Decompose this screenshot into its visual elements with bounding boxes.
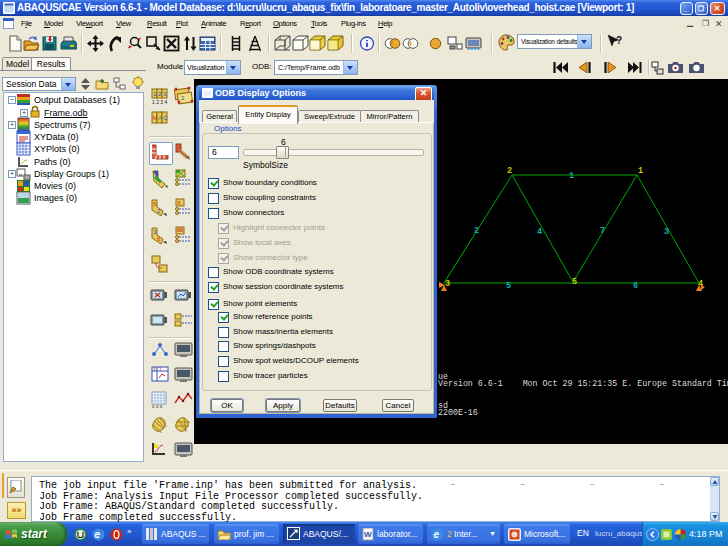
svg-text:5: 5	[572, 277, 577, 287]
svg-text:5: 5	[506, 281, 511, 291]
svg-text:6: 6	[633, 281, 638, 291]
svg-text:3: 3	[664, 227, 669, 237]
svg-text:e: e	[434, 529, 440, 540]
svg-text:2: 2	[474, 226, 479, 236]
svg-text:X: X	[177, 200, 181, 206]
svg-text:1: 1	[638, 166, 643, 176]
svg-text:2: 2	[507, 166, 512, 176]
svg-text:4: 4	[537, 227, 542, 237]
svg-text:3: 3	[445, 279, 450, 289]
svg-text:M: M	[153, 115, 158, 121]
svg-text:X: X	[153, 367, 156, 372]
svg-text:1: 1	[569, 171, 574, 181]
svg-text:7: 7	[600, 226, 605, 236]
svg-text:Y: Y	[159, 367, 162, 372]
svg-text:?: ?	[616, 35, 622, 46]
svg-text:C: C	[163, 115, 168, 121]
svg-text:1 2 3 4: 1 2 3 4	[152, 99, 168, 105]
svg-text:A: A	[158, 115, 162, 121]
svg-text:e: e	[95, 529, 101, 540]
svg-text:x x x: x x x	[152, 403, 163, 409]
svg-text:W: W	[364, 530, 372, 539]
